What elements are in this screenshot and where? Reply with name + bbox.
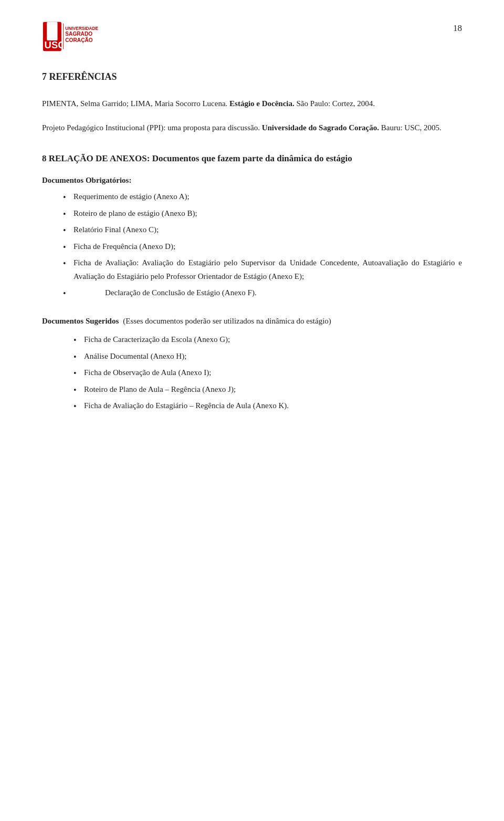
item-text: Análise Documental (Anexo H);	[84, 352, 186, 360]
item-text: Declaração de Conclusão de Estágio (Anex…	[105, 288, 257, 297]
list-item: Ficha de Frequência (Anexo D);	[74, 240, 462, 254]
list-item: Ficha de Observação de Aula (Anexo I);	[84, 366, 462, 380]
list-item: Ficha de Caracterização da Escola (Anexo…	[84, 333, 462, 347]
suggested-docs-row: Documentos Sugeridos (Esses documentos p…	[42, 315, 462, 328]
mandatory-docs-label: Documentos Obrigatórios:	[42, 176, 462, 185]
list-item: Requerimento de estágio (Anexo A);	[74, 190, 462, 204]
page-number: 18	[453, 23, 462, 34]
logo-area: USC UNIVERSIDADE SAGRADO CORAÇÃO	[42, 21, 105, 53]
list-item: Ficha de Avaliação do Estagiário – Regên…	[84, 399, 462, 413]
page: USC UNIVERSIDADE SAGRADO CORAÇÃO 18 7 RE…	[0, 0, 504, 821]
reference-1-bold: Estágio e Docência.	[229, 99, 295, 108]
usc-logo: USC UNIVERSIDADE SAGRADO CORAÇÃO	[42, 21, 105, 53]
reference-1: PIMENTA, Selma Garrido; LIMA, Maria Soco…	[42, 97, 462, 111]
list-item: Roteiro de Plano de Aula – Regência (Ane…	[84, 383, 462, 397]
page-header: USC UNIVERSIDADE SAGRADO CORAÇÃO 18	[42, 21, 462, 53]
reference-1-after: São Paulo: Cortez, 2004.	[295, 99, 375, 108]
item-text: Ficha de Frequência (Anexo D);	[74, 242, 175, 251]
svg-text:UNIVERSIDADE: UNIVERSIDADE	[65, 26, 98, 31]
svg-text:USC: USC	[45, 39, 65, 50]
reference-2-after: Bauru: USC, 2005.	[379, 123, 442, 132]
item-text: Ficha de Avaliação: Avaliação do Estagiá…	[74, 258, 462, 280]
item-text: Requerimento de estágio (Anexo A);	[74, 192, 190, 201]
reference-1-normal: PIMENTA, Selma Garrido; LIMA, Maria Soco…	[42, 99, 229, 108]
item-text: Relatório Final (Anexo C);	[74, 225, 159, 234]
list-item: Relatório Final (Anexo C);	[74, 223, 462, 237]
item-text: Ficha de Caracterização da Escola (Anexo…	[84, 335, 230, 344]
svg-text:SAGRADO: SAGRADO	[65, 31, 92, 37]
svg-text:CORAÇÃO: CORAÇÃO	[65, 37, 93, 43]
item-text: Ficha de Avaliação do Estagiário – Regên…	[84, 401, 289, 410]
svg-rect-1	[47, 22, 57, 40]
mandatory-docs-list: Requerimento de estágio (Anexo A); Rotei…	[42, 190, 462, 300]
section7-title: 7 REFERÊNCIAS	[42, 71, 462, 82]
suggested-docs-label: Documentos Sugeridos	[42, 315, 119, 328]
item-text: Roteiro de Plano de Aula – Regência (Ane…	[84, 385, 236, 393]
suggested-docs-list: Ficha de Caracterização da Escola (Anexo…	[42, 333, 462, 413]
list-item: Roteiro de plano de estágio (Anexo B);	[74, 207, 462, 221]
item-text: Roteiro de plano de estágio (Anexo B);	[74, 209, 197, 217]
suggested-docs-text: (Esses documentos poderão ser utilizados…	[123, 315, 331, 328]
item-text: Ficha de Observação de Aula (Anexo I);	[84, 368, 211, 377]
section8-title-text: 8 RELAÇÃO DE ANEXOS: Documentos que faze…	[42, 153, 352, 163]
reference-2-normal: Projeto Pedagógico Institucional (PPI): …	[42, 123, 262, 132]
reference-2-text: Projeto Pedagógico Institucional (PPI): …	[42, 121, 462, 135]
suggested-docs-section: Documentos Sugeridos (Esses documentos p…	[42, 315, 462, 328]
reference-1-text: PIMENTA, Selma Garrido; LIMA, Maria Soco…	[42, 97, 462, 111]
reference-2: Projeto Pedagógico Institucional (PPI): …	[42, 121, 462, 135]
list-item: Ficha de Avaliação: Avaliação do Estagiá…	[74, 256, 462, 283]
section8-title: 8 RELAÇÃO DE ANEXOS: Documentos que faze…	[42, 151, 462, 165]
list-item: Análise Documental (Anexo H);	[84, 350, 462, 363]
list-item: Declaração de Conclusão de Estágio (Anex…	[74, 286, 462, 300]
reference-2-bold: Universidade do Sagrado Coração.	[262, 123, 379, 132]
